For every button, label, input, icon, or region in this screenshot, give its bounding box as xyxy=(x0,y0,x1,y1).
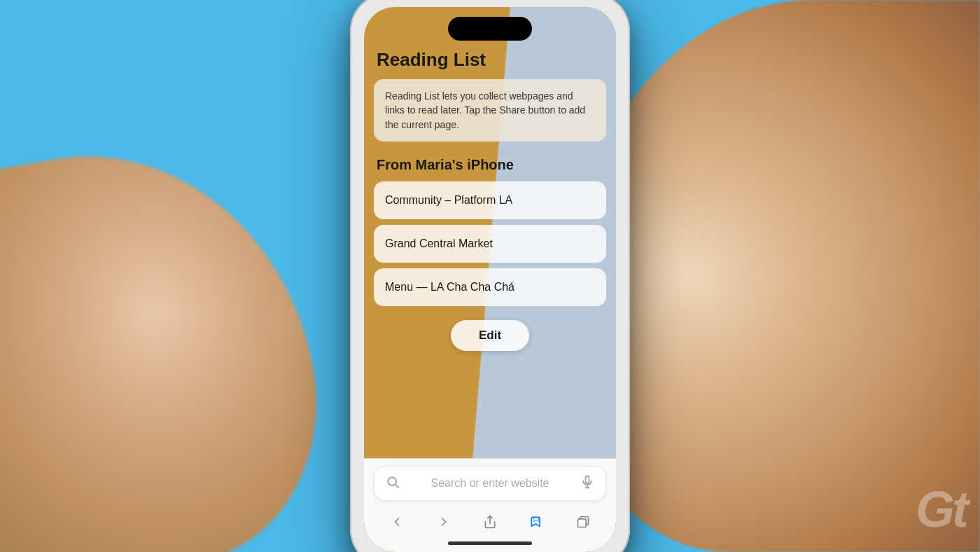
item-label: Menu — LA Cha Cha Chá xyxy=(385,281,514,293)
share-button[interactable] xyxy=(479,511,501,533)
edit-button[interactable]: Edit xyxy=(451,320,529,351)
forward-icon xyxy=(437,515,451,529)
bookmarks-button[interactable] xyxy=(525,511,547,533)
tooltip-text: Reading List lets you collect webpages a… xyxy=(385,90,585,130)
microphone-icon[interactable] xyxy=(580,475,594,492)
mic-svg xyxy=(580,475,594,489)
bottom-bar: Search or enter website xyxy=(364,458,616,552)
section-heading: From Maria's iPhone xyxy=(374,157,606,173)
share-icon xyxy=(483,515,497,529)
back-button[interactable] xyxy=(386,511,408,533)
toolbar xyxy=(374,508,606,537)
item-label: Grand Central Market xyxy=(385,237,493,249)
reading-list-title: Reading List xyxy=(374,49,606,71)
list-item[interactable]: Community – Platform LA xyxy=(374,181,606,219)
edit-button-wrapper: Edit xyxy=(374,320,606,351)
svg-rect-2 xyxy=(586,476,589,483)
tabs-button[interactable] xyxy=(572,511,594,533)
search-bar[interactable]: Search or enter website xyxy=(374,466,606,501)
item-label: Community – Platform LA xyxy=(385,194,512,206)
dynamic-island xyxy=(448,17,532,41)
forward-button[interactable] xyxy=(433,511,455,533)
bookmarks-icon xyxy=(529,515,543,529)
reading-list-tooltip: Reading List lets you collect webpages a… xyxy=(374,79,606,142)
svg-rect-6 xyxy=(578,519,586,527)
phone-screen: Reading List Reading List lets you colle… xyxy=(364,7,616,552)
list-item[interactable]: Menu — LA Cha Cha Chá xyxy=(374,268,606,306)
search-placeholder-text: Search or enter website xyxy=(407,477,573,490)
tabs-icon xyxy=(576,515,590,529)
list-item[interactable]: Grand Central Market xyxy=(374,225,606,263)
svg-line-1 xyxy=(396,485,399,488)
search-icon xyxy=(386,475,400,492)
guiding-tech-watermark: Gt xyxy=(916,481,966,538)
back-icon xyxy=(390,515,404,529)
home-bar xyxy=(448,541,532,545)
home-indicator xyxy=(374,537,606,552)
phone-frame: Reading List Reading List lets you colle… xyxy=(350,0,630,552)
search-svg xyxy=(386,475,400,489)
phone-content: Reading List Reading List lets you colle… xyxy=(364,7,616,552)
phone-wrapper: Reading List Reading List lets you colle… xyxy=(343,0,637,552)
